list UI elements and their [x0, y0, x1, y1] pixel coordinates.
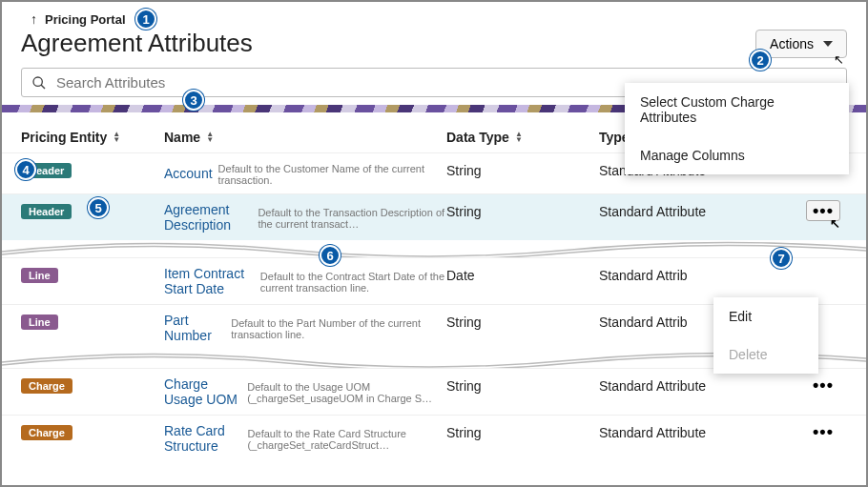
row-data-type: String	[446, 313, 599, 330]
actions-label: Actions	[770, 36, 814, 51]
actions-button[interactable]: Actions ↖	[755, 30, 847, 58]
callout-2: 2	[750, 50, 771, 71]
menu-item-delete[interactable]: Delete	[713, 335, 818, 374]
row-more-button[interactable]: •••	[807, 375, 839, 395]
callout-3: 3	[183, 90, 204, 111]
cursor-icon: ↖	[830, 217, 841, 230]
search-icon	[31, 75, 47, 91]
entity-badge: Charge	[21, 378, 72, 394]
row-desc: Default to the Customer Name of the curr…	[218, 163, 446, 186]
menu-item-manage-columns[interactable]: Manage Columns	[625, 136, 849, 174]
callout-5: 5	[88, 197, 109, 218]
page-title: Agreement Attributes	[21, 29, 253, 58]
row-type: Standard Attribute	[599, 423, 799, 440]
row-data-type: String	[446, 161, 599, 178]
entity-badge: Line	[21, 268, 58, 283]
entity-badge: Charge	[21, 425, 72, 440]
row-desc: Default to the Transaction Description o…	[258, 207, 446, 230]
row-name[interactable]: Rate Card Structure	[164, 423, 242, 454]
actions-menu: Select Custom Charge Attributes Manage C…	[625, 83, 849, 174]
page-header: Agreement Attributes Actions ↖	[2, 29, 866, 68]
callout-6: 6	[320, 245, 341, 266]
sort-icon: ▲▼	[515, 132, 523, 143]
row-name[interactable]: Part Number	[164, 313, 225, 343]
row-more-button[interactable]: •••↖	[806, 200, 840, 221]
col-header-pricing-entity[interactable]: Pricing Entity ▲▼	[21, 130, 164, 145]
svg-line-1	[41, 85, 45, 89]
table-row[interactable]: HeaderAgreement DescriptionDefault to th…	[2, 193, 866, 240]
callout-4: 4	[15, 159, 36, 180]
table-row[interactable]: ChargeRate Card StructureDefault to the …	[2, 415, 866, 461]
col-header-name[interactable]: Name ▲▼	[164, 130, 446, 145]
row-name[interactable]: Item Contract Start Date	[164, 266, 255, 296]
sort-icon: ▲▼	[206, 132, 214, 143]
row-type: Standard Attrib	[599, 266, 799, 283]
callout-1: 1	[135, 9, 156, 30]
table-row[interactable]: ChargeCharge Usage UOMDefault to the Usa…	[2, 368, 866, 415]
row-desc: Default to the Rate Card Structure (_cha…	[248, 428, 446, 451]
menu-item-select-custom-charge[interactable]: Select Custom Charge Attributes	[625, 83, 849, 136]
row-desc: Default to the Part Number of the curren…	[231, 317, 446, 340]
wave-separator	[2, 240, 866, 257]
breadcrumb: ↑ Pricing Portal	[2, 2, 866, 29]
entity-badge: Header	[21, 204, 72, 219]
callout-7: 7	[771, 248, 792, 269]
row-data-type: String	[446, 423, 599, 440]
row-more-button[interactable]: •••	[807, 422, 839, 441]
entity-badge: Line	[21, 315, 58, 330]
row-type: Standard Attribute	[599, 202, 799, 219]
row-context-menu: Edit Delete	[713, 297, 818, 374]
chevron-down-icon	[823, 41, 833, 47]
up-arrow-icon[interactable]: ↑	[31, 11, 37, 27]
breadcrumb-label[interactable]: Pricing Portal	[45, 12, 126, 27]
row-name[interactable]: Account	[164, 166, 213, 181]
row-data-type: String	[446, 376, 599, 394]
row-type: Standard Attribute	[599, 376, 799, 394]
row-data-type: String	[446, 202, 599, 219]
sort-icon: ▲▼	[113, 132, 120, 143]
row-name[interactable]: Charge Usage UOM	[164, 376, 241, 407]
svg-point-0	[33, 77, 42, 86]
cursor-icon: ↖	[834, 52, 844, 67]
row-name[interactable]: Agreement Description	[164, 202, 252, 233]
row-desc: Default to the Contract Start Date of th…	[260, 271, 446, 294]
menu-item-edit[interactable]: Edit	[713, 297, 818, 335]
row-data-type: Date	[446, 266, 599, 283]
col-header-data-type[interactable]: Data Type ▲▼	[446, 130, 599, 145]
row-desc: Default to the Usage UOM (_chargeSet_usa…	[247, 381, 446, 404]
